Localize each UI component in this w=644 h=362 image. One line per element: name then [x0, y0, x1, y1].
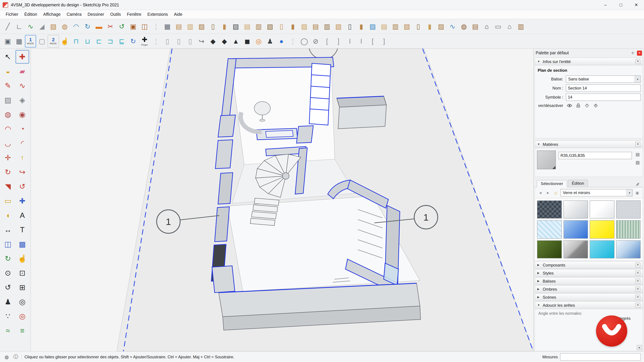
profile-5-icon[interactable]: [ [367, 35, 378, 47]
frame-door-icon[interactable]: ▣ [128, 20, 139, 33]
wood-box-icon[interactable]: ▧ [48, 20, 59, 33]
toolbar-separator[interactable]: ¦ [150, 20, 162, 33]
kettle-icon[interactable]: ◍ [458, 20, 470, 33]
plugin-button[interactable]: ✚ Plugin [139, 35, 150, 47]
profile-1-icon[interactable]: [ [321, 35, 333, 47]
follow-me-tool-icon[interactable]: ↪ [16, 165, 29, 179]
scroll-down-arrow[interactable]: ▼ [636, 345, 642, 350]
cone-solid-icon[interactable]: ▲ [230, 35, 242, 47]
arc-tool-icon[interactable]: ◠ [1, 122, 15, 136]
frame-window-icon[interactable]: ◫ [139, 20, 150, 33]
section-close-icon[interactable]: ✕ [635, 287, 640, 292]
secondary-pane-icon[interactable]: ▣ [634, 190, 640, 196]
diamond-solid-2-icon[interactable]: ◆ [219, 35, 230, 47]
cabinet-tool-13-icon[interactable]: ▤ [310, 20, 321, 33]
cabinet-tool-18-icon[interactable]: ▨ [367, 20, 378, 33]
marker-icon[interactable]: ▬ [93, 20, 105, 33]
pan-tool-icon[interactable]: ☝ [16, 252, 29, 266]
cabinet-tool-5-icon[interactable]: ▮ [219, 20, 230, 33]
scale-tool-icon[interactable]: ◥ [1, 180, 15, 193]
menu-item[interactable]: Caméra [64, 12, 84, 17]
swatch-obscured-glass[interactable] [616, 200, 641, 219]
menu-item[interactable]: Dessiner [84, 12, 107, 17]
profile-4-icon[interactable]: I [356, 35, 367, 47]
paint-bucket-icon[interactable]: ◒ [1, 64, 15, 78]
window-frame-1-icon[interactable]: ▯ [162, 35, 173, 47]
printer-icon[interactable]: ▭ [492, 20, 504, 33]
position-camera-tool-icon[interactable]: ♟ [1, 295, 15, 309]
menu-item[interactable]: Affichage [40, 12, 64, 17]
close-button[interactable]: ✕ [628, 0, 644, 10]
symbole-input[interactable] [566, 93, 641, 101]
measurements-input[interactable] [560, 353, 641, 361]
line-tool-icon[interactable]: ✎ [1, 79, 15, 92]
swatch-frosted-white[interactable] [563, 200, 588, 219]
cabinet-tool-14-icon[interactable]: ▥ [321, 20, 333, 33]
rectangle-tool-icon[interactable]: ▨ [1, 93, 15, 107]
profile-2-icon[interactable]: ] [333, 35, 344, 47]
swirl-plugin-icon[interactable]: ∿ [447, 20, 458, 33]
menu-item[interactable]: Aide [171, 12, 185, 17]
zoom-extents-tool-icon[interactable]: ⊞ [16, 281, 29, 294]
home-icon[interactable]: ⌂ [481, 20, 492, 33]
offset-tool-icon[interactable]: ↺ [16, 180, 29, 193]
window-frame-3-icon[interactable]: ▯ [184, 35, 196, 47]
orbit-tool-icon[interactable]: ↻ [1, 252, 15, 266]
swatch-gray-mirror[interactable] [563, 240, 588, 258]
dimension-tool-icon[interactable]: ↔ [1, 223, 15, 237]
3d-text-tool-icon[interactable]: T [16, 223, 29, 237]
swatch-sky-mirror[interactable] [616, 240, 641, 258]
cabinet-tool-4-icon[interactable]: ▯ [207, 20, 219, 33]
hand-pick-icon[interactable]: ☝ [59, 35, 70, 47]
section-balises[interactable]: ▶ Balises ✕ [535, 277, 643, 285]
cabinet-tool-6-icon[interactable]: ▨ [230, 20, 242, 33]
cabinet-tool-17-icon[interactable]: ▮ [356, 20, 367, 33]
swatch-dark-green-glass[interactable] [537, 240, 562, 258]
axes-widget-icon[interactable]: ✚ [16, 50, 29, 64]
section-close-icon[interactable]: ✕ [635, 295, 640, 300]
walk-tool-icon[interactable]: ∵ [1, 309, 15, 323]
tape-measure-tool-icon[interactable]: ▭ [1, 194, 15, 208]
profile-6-icon[interactable]: ] [378, 35, 390, 47]
texture-palette-icon[interactable]: ▤ [634, 151, 641, 157]
construction-line-icon[interactable]: ╱ [2, 20, 14, 33]
ellipse-axis-icon[interactable]: ⊘ [310, 35, 321, 47]
tag-icon[interactable] [583, 103, 591, 109]
cabinet-tool-8-icon[interactable]: ▥ [253, 20, 264, 33]
section-composants[interactable]: ▶ Composants ✕ [535, 261, 643, 269]
balise-dropdown[interactable]: Sans balise ▼ [566, 75, 641, 83]
width-clamp-1-icon[interactable]: ⊓ [70, 35, 82, 47]
push-pull-tool-icon[interactable]: ↑ [16, 151, 29, 165]
section-close-icon[interactable]: ✕ [635, 263, 640, 268]
blade-icon[interactable]: ◢ [36, 20, 48, 33]
ellipse-icon[interactable]: ◯ [298, 35, 310, 47]
pin-icon[interactable]: ✛ [630, 51, 636, 55]
tab-edition[interactable]: Édition [568, 180, 588, 187]
layers-tool-icon[interactable]: ≡ [16, 324, 29, 338]
cabinet-tool-19-icon[interactable]: ▤ [378, 20, 390, 33]
barrel-icon[interactable]: ◍ [59, 20, 70, 33]
material-category-dropdown[interactable]: Verre et miroirs ▼ [560, 189, 632, 196]
circle-tool-icon[interactable]: ◍ [1, 108, 15, 121]
cabinet-tool-23-icon[interactable]: ▮ [424, 20, 435, 33]
rotated-rectangle-tool-icon[interactable]: ◈ [16, 93, 29, 107]
green-swirl-icon[interactable]: ↺ [116, 20, 128, 33]
toolbar-separator[interactable]: ¦ [287, 35, 298, 47]
tray-close-button[interactable]: ✕ [637, 50, 642, 55]
bend-icon[interactable]: ◠ [70, 20, 82, 33]
menu-item[interactable]: Fichier [3, 12, 21, 17]
polygon-tool-icon[interactable]: ◉ [16, 108, 29, 121]
swatch-cyan-glass[interactable] [590, 240, 614, 258]
section-styles[interactable]: ▶ Styles ✕ [535, 269, 643, 277]
protractor-tool-icon[interactable]: ◖ [1, 209, 15, 222]
diamond-solid-icon[interactable]: ◆ [207, 35, 219, 47]
cabinet-tool-21-icon[interactable]: ▧ [401, 20, 412, 33]
cabinet-tool-24-icon[interactable]: ▨ [435, 20, 447, 33]
section-matieres[interactable]: ▼ Matières ✕ [535, 140, 643, 148]
eraser-icon[interactable]: ▰ [16, 64, 29, 78]
tray-header[interactable]: Palette par défaut ✛ ✕ [534, 49, 644, 57]
swatch-yellow-glass[interactable] [590, 220, 614, 239]
section-close-icon[interactable]: ✕ [635, 279, 640, 284]
grid-settings-icon[interactable]: ▦ [14, 35, 25, 47]
zoom-previous-tool-icon[interactable]: ↺ [1, 281, 15, 294]
